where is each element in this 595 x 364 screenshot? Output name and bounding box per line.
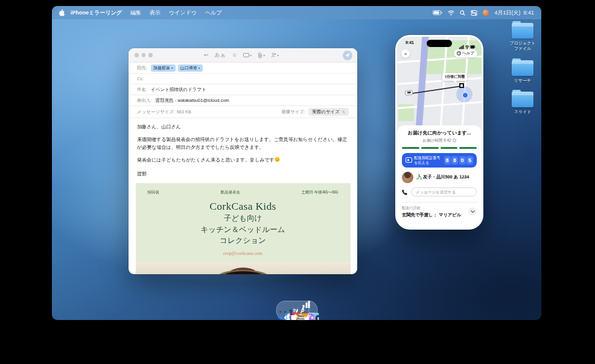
running-indicator <box>304 311 305 313</box>
contact-add-icon[interactable]: ▾ <box>271 52 279 58</box>
macos-desktop: iPhoneミラーリング 編集 表示 ウインドウ ヘルプ 4月1日(火) 9:4… <box>52 6 541 320</box>
mail-toolbar: ↩ あぁ ☺ ▾ ▾ ▾ <box>129 48 357 63</box>
phone-status-time: 9:41 <box>406 40 414 45</box>
current-location-indicator <box>456 86 472 102</box>
running-indicator <box>284 311 286 313</box>
close-icon[interactable]: × <box>401 49 410 58</box>
screenshot-frame: iPhoneミラーリング 編集 表示 ウインドウ ヘルプ 4月1日(火) 9:4… <box>0 0 595 364</box>
format-button[interactable]: あぁ <box>215 52 226 58</box>
chevron-down-icon: ▾ <box>199 66 200 70</box>
dock: 1 tv ♪ A ↓ <box>276 301 317 320</box>
mail-compose-window: ↩ あぁ ☺ ▾ ▾ ▾ 宛先: 加藤那奈▾ 山口博道▾ Cc: <box>129 48 357 274</box>
menu-time[interactable]: 9:41 <box>523 10 534 16</box>
details-value: 玄関先で手渡し： マリアビル <box>402 212 461 218</box>
message-size-value: 983 KB <box>176 109 191 115</box>
call-icon[interactable] <box>402 187 408 198</box>
from-label: 差出人: <box>137 98 152 104</box>
updown-chevron-icon: ⇅ <box>342 110 345 114</box>
chevron-down-icon: ▾ <box>171 66 173 70</box>
dynamic-island <box>427 40 452 47</box>
undo-icon[interactable]: ↩ <box>204 52 209 58</box>
header-fields-icon[interactable]: ▾ <box>243 53 252 57</box>
body-paragraph: 発表会には子どもたちがたくさん来ると思います。楽しみです <box>137 157 349 165</box>
desktop-folder-research[interactable]: リサーチ <box>501 60 541 84</box>
invite-line: 子ども向け <box>136 213 351 224</box>
minimize-button[interactable] <box>142 53 146 57</box>
attach-icon[interactable]: ▾ <box>258 52 265 58</box>
to-field[interactable]: 宛先: 加藤那奈▾ 山口博道▾ <box>129 63 357 74</box>
driver-avatar[interactable] <box>402 172 413 183</box>
invite-tag-left: 招待状 <box>148 190 160 195</box>
destination-marker <box>459 83 464 88</box>
message-body[interactable]: 加藤さん、山口さん 来週開催する製品発表会の招待状のドラフトをお送りします。ご意… <box>129 118 357 178</box>
menu-edit[interactable]: 編集 <box>130 9 141 17</box>
menu-date[interactable]: 4月1日(火) <box>494 9 520 17</box>
invite-tag-right: 土曜日 午後4時〜6時 <box>301 190 338 195</box>
control-center-icon[interactable] <box>471 10 477 16</box>
cork-cup <box>215 268 271 274</box>
to-label: 宛先: <box>137 65 147 71</box>
delivery-eta: お届け時間 9:42 <box>422 138 451 143</box>
desktop-folder-slides[interactable]: スライド <box>501 92 541 115</box>
divider <box>402 202 477 202</box>
id-badge-icon <box>406 157 412 163</box>
menu-window[interactable]: ウインドウ <box>169 9 197 17</box>
invite-line: キッチン＆ベッドルーム <box>136 224 351 236</box>
body-greeting: 加藤さん、山口さん <box>137 124 349 131</box>
spotlight-icon[interactable] <box>460 10 465 16</box>
recipient-pill[interactable]: 加藤那奈▾ <box>151 64 176 72</box>
message-row: メッセージを送信する <box>402 187 477 198</box>
battery-icon[interactable] <box>433 10 442 15</box>
delivery-bottom-sheet: お届け先に向かっています... お届け時間 9:42 配達用暗証番号を伝える 8… <box>397 125 482 228</box>
folder-label: プロジェクトファイル <box>508 41 537 52</box>
driver-row: 友子・品川500 あ 1234 <box>402 172 477 183</box>
smile-emoji <box>275 157 280 165</box>
apple-menu-icon[interactable] <box>59 9 65 16</box>
from-field[interactable]: 差出人: 渡部克也 - watakatsu01@icloud.com <box>129 95 357 106</box>
pin-label: 配達用暗証番号を伝える <box>414 155 442 165</box>
pin-digits: 8 8 0 5 <box>444 156 474 165</box>
help-button[interactable]: ?ヘルプ <box>454 49 477 57</box>
invite-rsvp-email: rsvp@corkcasa.com <box>136 251 351 256</box>
folder-label: リサーチ <box>508 78 537 84</box>
pin-code-banner[interactable]: 配達用暗証番号を伝える 8 8 0 5 <box>402 153 477 168</box>
delivery-progress-bar <box>402 147 477 149</box>
body-signature: 渡部 <box>137 171 349 178</box>
scooter-icon <box>416 174 422 181</box>
body-paragraph: 来週開催する製品発表会の招待状のドラフトをお送りします。ご意見等お知らせください… <box>137 136 349 151</box>
iphone-screen: 9:41 × ?ヘルプ 1分後に到着 <box>397 37 482 228</box>
message-size-label: メッセージサイズ: <box>137 109 175 115</box>
menu-help[interactable]: ヘルプ <box>205 9 222 17</box>
wifi-icon[interactable] <box>448 10 454 16</box>
message-input[interactable]: メッセージを送信する <box>411 187 477 196</box>
invite-title: CorkCasa Kids <box>136 200 351 213</box>
zoom-button[interactable] <box>148 53 153 57</box>
invite-tag-center: 製品発表会 <box>220 190 240 195</box>
close-button[interactable] <box>135 53 139 57</box>
folder-icon <box>512 92 533 107</box>
cc-label: Cc: <box>137 76 144 81</box>
courier-car-icon <box>405 90 413 96</box>
cork-cup-photo <box>136 262 351 274</box>
eta-tooltip: 1分後に到着 <box>442 73 467 81</box>
folder-label: スライド <box>508 110 537 115</box>
subject-label: 件名: <box>137 87 147 93</box>
folder-icon <box>512 60 533 76</box>
user-avatar-icon[interactable] <box>483 10 489 16</box>
menu-app-name[interactable]: iPhoneミラーリング <box>71 9 122 17</box>
send-button[interactable] <box>343 51 352 60</box>
subject-value: イベント招待状のドラフト <box>151 87 206 93</box>
chevron-down-icon[interactable] <box>468 207 477 216</box>
invitation-card: 招待状 製品発表会 土曜日 午後4時〜6時 CorkCasa Kids 子ども向… <box>136 183 351 274</box>
subject-field[interactable]: 件名: イベント招待状のドラフト <box>129 84 357 95</box>
menu-view[interactable]: 表示 <box>150 9 161 17</box>
iphone-mirroring-window: 9:41 × ?ヘルプ 1分後に到着 <box>395 35 483 230</box>
recipient-pill[interactable]: 山口博道▾ <box>178 64 203 72</box>
emoji-icon[interactable]: ☺ <box>232 52 237 58</box>
image-size-select[interactable]: 実際のサイズ⇅ <box>308 108 349 116</box>
desktop-folder-projects[interactable]: プロジェクトファイル <box>501 23 541 52</box>
question-icon: ? <box>457 51 461 55</box>
info-icon[interactable] <box>453 139 456 142</box>
cc-field[interactable]: Cc: <box>129 74 357 84</box>
details-label: 配達の詳細 <box>402 206 461 211</box>
